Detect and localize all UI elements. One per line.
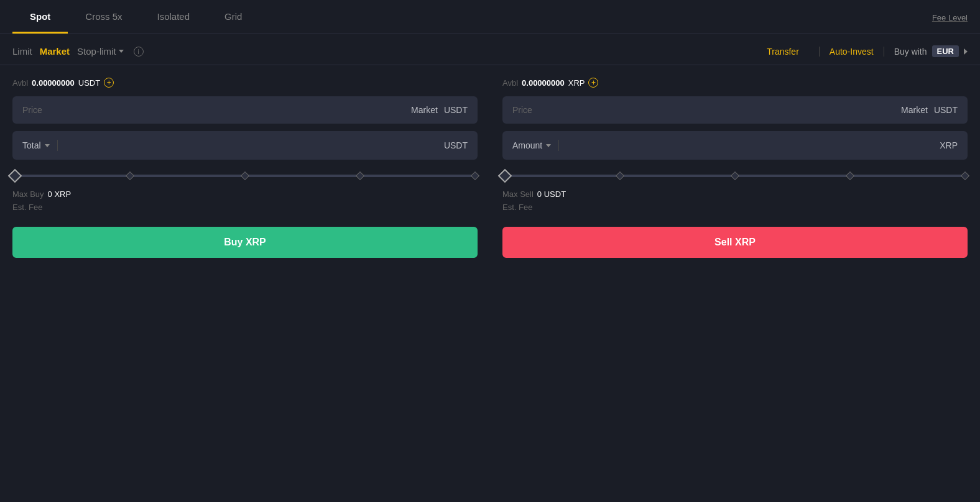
buy-price-currency: USDT [444, 105, 468, 115]
sell-max-row: Max Sell 0 USDT [502, 189, 968, 199]
buy-price-input[interactable]: Price Market USDT [12, 96, 478, 124]
sell-add-funds-icon[interactable]: + [588, 78, 598, 88]
buy-add-funds-icon[interactable]: + [104, 78, 114, 88]
order-type-market[interactable]: Market [40, 46, 77, 57]
sell-amount-label: Amount [512, 140, 542, 150]
sell-slider-track [505, 175, 965, 177]
separator-1 [819, 47, 820, 57]
buy-with-currency: EUR [932, 45, 959, 57]
sell-xrp-button[interactable]: Sell XRP [502, 227, 968, 258]
buy-avbl-row: Avbl 0.00000000 USDT + [12, 78, 478, 88]
buy-with-label: Buy with [894, 47, 927, 57]
sell-max-label: Max Sell [502, 189, 534, 199]
trading-area: Avbl 0.00000000 USDT + Price Market USDT… [0, 65, 980, 258]
fee-level-link[interactable]: Fee Level [932, 13, 968, 34]
info-icon[interactable]: i [134, 47, 144, 57]
sell-price-type: Market [901, 105, 928, 115]
sell-panel: Avbl 0.00000000 XRP + Price Market USDT … [490, 78, 968, 258]
buy-price-label: Price [22, 105, 411, 115]
sell-slider-tick-50[interactable] [731, 171, 739, 180]
buy-total-divider [57, 140, 58, 151]
buy-slider-tick-100[interactable] [471, 171, 479, 180]
buy-total-label: Total [22, 140, 41, 150]
buy-slider-track [15, 175, 475, 177]
buy-avbl-label: Avbl [12, 78, 28, 88]
buy-max-label: Max Buy [12, 189, 44, 199]
buy-max-row: Max Buy 0 XRP [12, 189, 478, 199]
tab-grid[interactable]: Grid [207, 0, 259, 34]
sell-amount-dropdown[interactable]: Amount [512, 140, 551, 150]
buy-with-chevron-icon [964, 48, 968, 55]
sell-slider[interactable] [502, 175, 968, 177]
right-actions: Transfer Auto-Invest Buy with EUR [767, 45, 968, 57]
tab-isolated[interactable]: Isolated [140, 0, 208, 34]
sell-slider-tick-100[interactable] [961, 171, 969, 180]
buy-slider-thumb[interactable] [8, 169, 22, 183]
sell-amount-divider [558, 140, 559, 151]
sell-avbl-value: 0.00000000 [522, 78, 565, 88]
transfer-button[interactable]: Transfer [767, 47, 809, 57]
tab-spot[interactable]: Spot [12, 0, 68, 34]
sell-avbl-currency: XRP [568, 78, 585, 88]
sell-est-fee-label: Est. Fee [502, 203, 532, 212]
buy-total-input[interactable]: Total USDT [12, 131, 478, 160]
sell-amount-chevron-icon [546, 144, 551, 147]
sell-price-input[interactable]: Price Market USDT [502, 96, 968, 124]
buy-est-fee-label: Est. Fee [12, 203, 42, 212]
order-type-bar: Limit Market Stop-limit i Transfer Auto-… [0, 34, 980, 65]
sell-amount-input[interactable]: Amount XRP [502, 131, 968, 160]
buy-avbl-currency: USDT [78, 78, 100, 88]
buy-total-currency: USDT [65, 140, 468, 150]
buy-xrp-button[interactable]: Buy XRP [12, 227, 478, 258]
sell-slider-tick-75[interactable] [846, 171, 854, 180]
buy-with-wrap[interactable]: Buy with EUR [894, 45, 968, 57]
order-type-stop-limit[interactable]: Stop-limit [77, 46, 131, 57]
buy-slider[interactable] [12, 175, 478, 177]
tab-bar: Spot Cross 5x Isolated Grid Fee Level [0, 0, 980, 34]
buy-slider-tick-50[interactable] [241, 171, 249, 180]
buy-total-chevron-icon [45, 144, 50, 147]
buy-slider-tick-25[interactable] [126, 171, 134, 180]
sell-max-value: 0 USDT [537, 189, 566, 199]
sell-slider-thumb[interactable] [498, 169, 512, 183]
buy-slider-tick-75[interactable] [356, 171, 364, 180]
sell-price-label: Price [512, 105, 901, 115]
buy-price-type: Market [411, 105, 438, 115]
buy-panel: Avbl 0.00000000 USDT + Price Market USDT… [12, 78, 490, 258]
buy-avbl-value: 0.00000000 [32, 78, 75, 88]
separator-2 [884, 47, 884, 57]
buy-total-dropdown[interactable]: Total [22, 140, 50, 150]
buy-est-fee-row: Est. Fee [12, 203, 478, 212]
sell-amount-currency: XRP [566, 140, 958, 150]
order-type-limit[interactable]: Limit [12, 46, 40, 57]
sell-slider-tick-25[interactable] [616, 171, 624, 180]
sell-avbl-row: Avbl 0.00000000 XRP + [502, 78, 968, 88]
sell-est-fee-row: Est. Fee [502, 203, 968, 212]
tab-cross[interactable]: Cross 5x [68, 0, 139, 34]
stop-limit-dropdown-icon [119, 50, 124, 53]
sell-avbl-label: Avbl [502, 78, 518, 88]
sell-price-currency: USDT [934, 105, 958, 115]
buy-max-value: 0 XRP [48, 189, 72, 199]
auto-invest-button[interactable]: Auto-Invest [830, 47, 874, 57]
